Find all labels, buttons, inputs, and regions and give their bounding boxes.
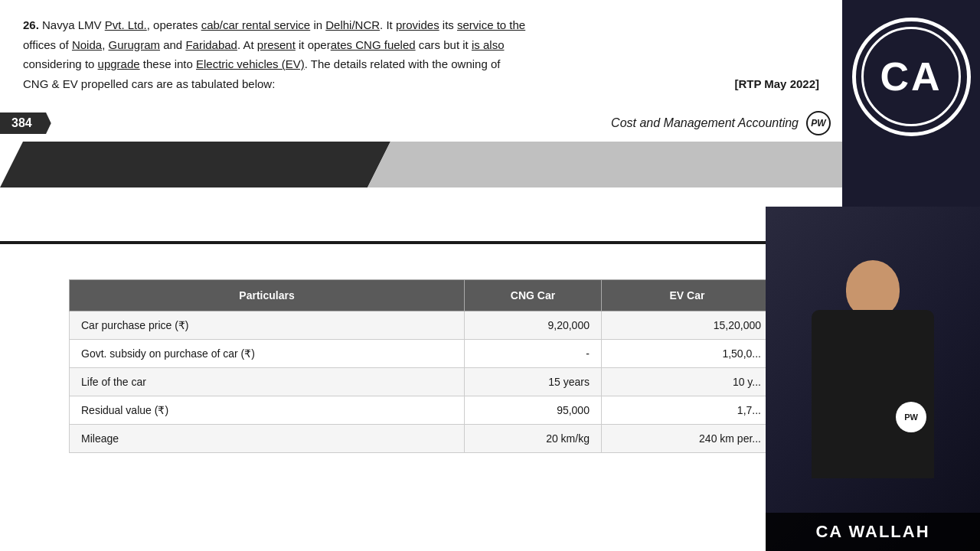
band-light (368, 142, 842, 187)
table-row: Mileage 20 km/kg 240 km per... (70, 425, 773, 453)
col-ev: EV Car (601, 280, 773, 311)
ca-logo-outer: CA (852, 18, 971, 136)
data-table: Particulars CNG Car EV Car Car purchase … (69, 279, 773, 453)
row-cng-value: 9,20,000 (465, 311, 602, 340)
table-row: Govt. subsidy on purchase of car (₹) - 1… (70, 340, 773, 368)
row-cng-value: 95,000 (465, 396, 602, 425)
row-cng-value: 20 km/kg (465, 425, 602, 453)
pw-badge: PW (896, 402, 926, 432)
table-header-row: Particulars CNG Car EV Car (70, 280, 773, 311)
ca-logo-text: CA (861, 27, 961, 126)
table-row: Life of the car 15 years 10 y... (70, 368, 773, 396)
row-cng-value: - (465, 340, 602, 368)
decorative-band (0, 142, 842, 187)
page-number: 384 (0, 112, 51, 134)
person-silhouette: PW (796, 260, 949, 551)
presenter-area: PW (766, 207, 980, 551)
ca-wallah-banner: CA WALLAH (766, 513, 980, 551)
row-ev-value: 10 y... (601, 368, 773, 396)
row-particulars: Mileage (70, 425, 465, 453)
right-panel: CA PW CA WALLAH (842, 0, 980, 551)
row-ev-value: 1,7... (601, 396, 773, 425)
row-ev-value: 15,20,000 (601, 311, 773, 340)
subject-label: Cost and Management Accounting (611, 116, 799, 130)
page-bar: 384 Cost and Management Accounting PW (0, 105, 842, 142)
row-cng-value: 15 years (465, 368, 602, 396)
question-number: 26. (23, 18, 39, 31)
person-body: PW (812, 310, 934, 478)
row-ev-value: 240 km per... (601, 425, 773, 453)
table-section: Particulars CNG Car EV Car Car purchase … (0, 279, 842, 551)
ca-wallah-label: CA WALLAH (815, 522, 929, 542)
question-paragraph: 26. Navya LMV Pvt. Ltd., operates cab/ca… (23, 15, 819, 93)
col-cng: CNG Car (465, 280, 602, 311)
ca-logo-container: CA (850, 15, 972, 138)
table-row: Car purchase price (₹) 9,20,000 15,20,00… (70, 311, 773, 340)
presenter-background: PW (766, 207, 980, 551)
question-text-body: Navya LMV Pvt. Ltd., operates cab/car re… (23, 18, 525, 90)
blank-space (0, 187, 842, 279)
separator-line (0, 241, 842, 244)
row-particulars: Life of the car (70, 368, 465, 396)
page-subject: Cost and Management Accounting PW (611, 111, 831, 135)
col-particulars: Particulars (70, 280, 465, 311)
source-tag: [RTP May 2022] (734, 74, 819, 94)
band-dark (0, 142, 390, 187)
row-particulars: Govt. subsidy on purchase of car (₹) (70, 340, 465, 368)
text-section: 26. Navya LMV Pvt. Ltd., operates cab/ca… (0, 0, 842, 101)
pw-logo-small: PW (806, 111, 831, 135)
table-row: Residual value (₹) 95,000 1,7... (70, 396, 773, 425)
row-particulars: Car purchase price (₹) (70, 311, 465, 340)
row-ev-value: 1,50,0... (601, 340, 773, 368)
row-particulars: Residual value (₹) (70, 396, 465, 425)
main-content: 26. Navya LMV Pvt. Ltd., operates cab/ca… (0, 0, 842, 551)
person-head (846, 260, 900, 318)
